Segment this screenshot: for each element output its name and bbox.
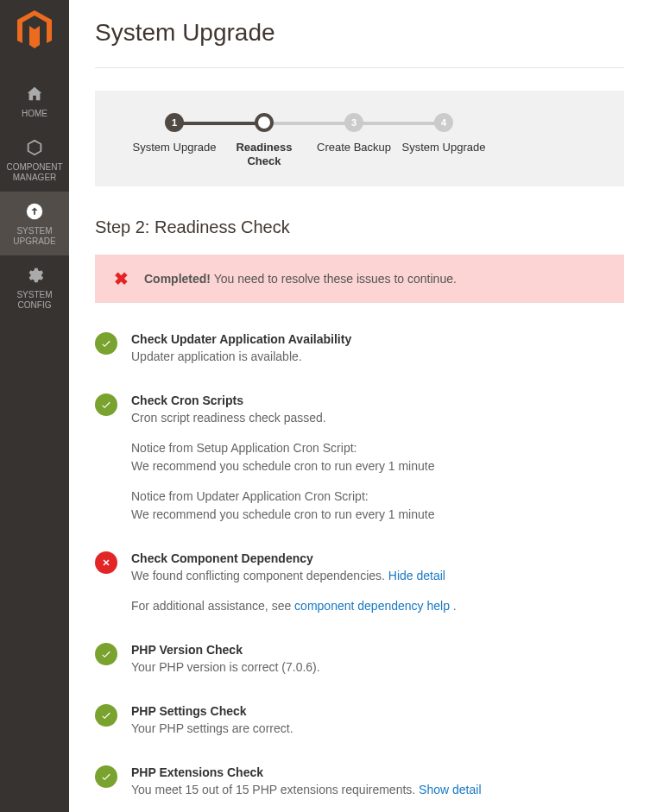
step-dot: 3 — [344, 113, 363, 132]
cron-pass: Cron script readiness check passed. — [131, 411, 326, 425]
step-label: Create Backup — [317, 141, 391, 154]
show-detail-link[interactable]: Show detail — [419, 783, 481, 796]
step-label: Readiness Check — [219, 141, 309, 169]
nav-system-upgrade[interactable]: SYSTEM UPGRADE — [0, 192, 69, 255]
phpext-desc: You meet 15 out of 15 PHP extensions req… — [131, 783, 419, 796]
dep-assist-pre: For additional assistance, see — [131, 599, 294, 613]
alert-strong: Completed! — [144, 272, 211, 286]
check-cron: Check Cron Scripts Cron script readiness… — [95, 393, 624, 524]
sidebar: HOME COMPONENT MANAGER SYSTEM UPGRADE SY… — [0, 0, 69, 812]
check-title: PHP Settings Check — [131, 704, 293, 718]
box-icon — [25, 138, 44, 157]
check-dependency: Check Component Dependency We found conf… — [95, 551, 624, 615]
check-php-settings: PHP Settings Check Your PHP settings are… — [95, 704, 624, 738]
hide-detail-link[interactable]: Hide detail — [388, 569, 445, 582]
nav-label: SYSTEM CONFIG — [3, 290, 66, 311]
cron-n2a: Notice from Updater Application Cron Scr… — [131, 489, 369, 503]
check-desc: We found conflicting component dependenc… — [131, 567, 457, 615]
check-ok-icon — [95, 332, 117, 355]
check-title: Check Cron Scripts — [131, 393, 434, 407]
dep-assist-post: . — [450, 599, 457, 613]
nav-system-config[interactable]: SYSTEM CONFIG — [0, 255, 69, 319]
check-error-icon — [95, 551, 117, 574]
step-label: System Upgrade — [402, 141, 486, 154]
check-desc: Updater application is available. — [131, 348, 351, 366]
magento-logo-icon — [17, 10, 52, 50]
home-icon — [25, 85, 44, 104]
nav-home[interactable]: HOME — [0, 74, 69, 128]
nav-label: COMPONENT MANAGER — [3, 162, 66, 183]
step-line — [354, 122, 444, 125]
progress-stepper: 1 System Upgrade Readiness Check 3 Creat… — [95, 91, 624, 186]
check-php-extensions: PHP Extensions Check You meet 15 out of … — [95, 765, 624, 799]
step-line — [174, 122, 264, 125]
step-line — [264, 122, 354, 125]
check-ok-icon — [95, 704, 117, 727]
cron-n1b: We recommend you schedule cron to run ev… — [131, 459, 434, 473]
check-desc: Your PHP version is correct (7.0.6). — [131, 658, 320, 677]
x-icon: ✖ — [114, 268, 129, 289]
nav-label: HOME — [22, 109, 47, 119]
check-desc: Your PHP settings are correct. — [131, 720, 293, 738]
step-dot: 1 — [165, 113, 184, 132]
alert-text: Completed! You need to resolve these iss… — [144, 272, 457, 286]
main-content: System Upgrade 1 System Upgrade Readines… — [69, 0, 650, 812]
step-heading: Step 2: Readiness Check — [95, 217, 624, 237]
dep-desc: We found conflicting component dependenc… — [131, 569, 388, 582]
upload-circle-icon — [25, 202, 44, 221]
check-title: Check Updater Application Availability — [131, 332, 351, 346]
check-title: Check Component Dependency — [131, 551, 457, 565]
check-title: PHP Version Check — [131, 643, 320, 657]
dependency-help-link[interactable]: component dependency help — [294, 599, 450, 613]
page-title: System Upgrade — [95, 19, 624, 47]
step-1[interactable]: 1 System Upgrade — [129, 113, 219, 169]
alert-rest: You need to resolve these issues to cont… — [211, 272, 457, 286]
step-label: System Upgrade — [133, 141, 217, 154]
alert-error: ✖ Completed! You need to resolve these i… — [95, 255, 624, 303]
check-ok-icon — [95, 765, 117, 788]
nav-component-manager[interactable]: COMPONENT MANAGER — [0, 128, 69, 192]
cron-n1a: Notice from Setup Application Cron Scrip… — [131, 441, 357, 455]
step-dot: 4 — [434, 113, 453, 132]
divider — [95, 67, 624, 68]
check-desc: You meet 15 out of 15 PHP extensions req… — [131, 781, 482, 799]
check-updater: Check Updater Application Availability U… — [95, 332, 624, 366]
step-dot — [255, 113, 274, 132]
check-desc: Cron script readiness check passed. Noti… — [131, 409, 434, 524]
gear-icon — [25, 266, 44, 285]
check-ok-icon — [95, 643, 117, 665]
check-ok-icon — [95, 393, 117, 416]
nav-label: SYSTEM UPGRADE — [3, 226, 66, 247]
check-title: PHP Extensions Check — [131, 765, 482, 779]
check-php-version: PHP Version Check Your PHP version is co… — [95, 643, 624, 677]
cron-n2b: We recommend you schedule cron to run ev… — [131, 507, 434, 521]
